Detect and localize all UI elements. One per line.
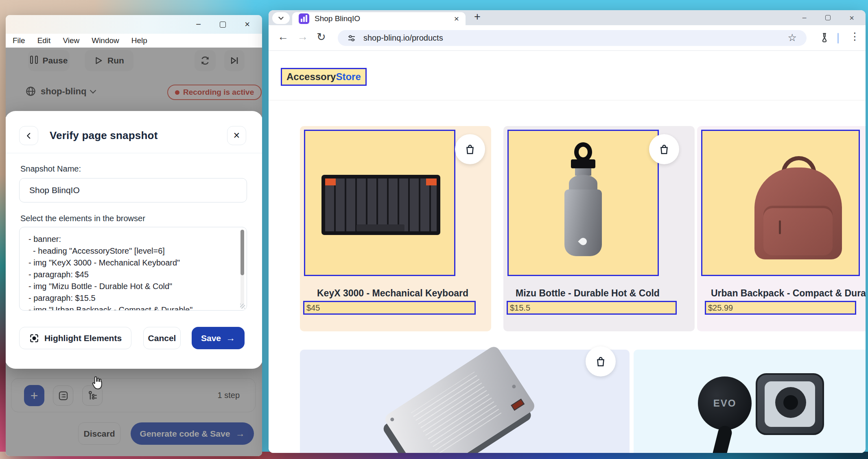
recorder-window: − × File Edit View Window Help Pause Run…	[6, 15, 262, 456]
chrome-labs-flask-icon[interactable]	[819, 32, 830, 44]
product-card-powerbank[interactable]	[300, 350, 630, 453]
tab-close-icon[interactable]: ×	[454, 14, 459, 24]
verify-snapshot-modal: Verify page snapshot × Snapshot Name: Se…	[6, 111, 262, 369]
minimize-icon[interactable]: −	[802, 14, 807, 22]
powerbank-illustration	[383, 344, 537, 453]
product-card-backpack[interactable]: Urban Backpack - Compact & Durable $25.9…	[697, 126, 866, 331]
element-tree-textarea[interactable]: - banner: - heading "AccessoryStore" [le…	[19, 227, 247, 311]
highlight-elements-button[interactable]: Highlight Elements	[19, 327, 131, 349]
close-icon[interactable]: ×	[849, 14, 854, 22]
new-tab-button[interactable]: +	[474, 11, 481, 23]
tree-line: - img "Urban Backpack - Compact & Durabl…	[28, 304, 230, 311]
tree-line: - banner:	[28, 233, 230, 245]
shopping-bag-icon	[464, 143, 476, 155]
add-to-cart-button[interactable]	[455, 134, 485, 164]
browser-menu-icon[interactable]: ⋮	[850, 30, 860, 42]
tree-line: - heading "AccessoryStore" [level=6]	[28, 245, 230, 257]
menu-bar: File Edit View Window Help	[6, 34, 262, 48]
add-to-cart-button[interactable]	[586, 346, 616, 376]
product-price: $45	[303, 301, 476, 315]
product-price: $25.99	[705, 301, 856, 315]
tab-favicon-chart-icon	[299, 13, 309, 24]
tree-line: - paragraph: $45	[28, 269, 230, 281]
modal-title: Verify page snapshot	[50, 129, 158, 142]
snapshot-name-label: Snapshot Name:	[20, 164, 81, 174]
bookmark-star-icon[interactable]: ☆	[788, 32, 797, 44]
tree-line: - img "Mizu Bottle - Durable Hot & Cold"	[28, 281, 230, 292]
store-brand-heading[interactable]: AccessoryStore	[281, 68, 367, 86]
address-bar[interactable]: shop-blinq.io/products ☆	[338, 30, 807, 46]
select-elements-label: Select the elements in the browser	[20, 214, 145, 223]
recorder-titlebar: − ×	[6, 15, 262, 34]
toolbar-divider	[837, 33, 839, 44]
snapshot-name-input[interactable]	[19, 178, 247, 202]
gimbal-illustration: EVO	[634, 350, 866, 453]
product-image-backpack[interactable]	[701, 130, 860, 276]
add-to-cart-button[interactable]	[649, 134, 679, 164]
browser-tab[interactable]: Shop BlinqIO ×	[292, 12, 466, 25]
product-name: Mizu Bottle - Durable Hot & Cold	[516, 288, 660, 299]
browser-window-controls: − ×	[802, 10, 866, 25]
url-text[interactable]: shop-blinq.io/products	[363, 33, 443, 43]
arrow-right-icon: →	[226, 333, 235, 343]
back-button[interactable]	[19, 126, 38, 145]
product-price: $15.5	[507, 301, 677, 315]
scan-focus-icon	[29, 333, 39, 344]
tree-line: - img "KeyX 3000 - Mechanical Keyboard"	[28, 257, 230, 269]
close-icon[interactable]: ×	[245, 20, 250, 29]
mouse-cursor	[89, 375, 104, 393]
forward-icon: →	[297, 30, 308, 43]
product-card-keyboard[interactable]: KeyX 3000 - Mechanical Keyboard $45	[300, 126, 491, 331]
recorder-content: Pause Run shop-blinq Recording is active…	[6, 48, 262, 456]
backpack-illustration	[754, 156, 842, 260]
product-card-gimbal[interactable]: EVO	[634, 350, 866, 453]
desktop-wallpaper-top	[0, 0, 269, 16]
tab-strip: Shop BlinqIO × + − ×	[269, 10, 866, 25]
modal-divider	[6, 153, 262, 153]
product-image-bottle[interactable]	[507, 130, 659, 276]
product-name: Urban Backpack - Compact & Durable	[711, 288, 866, 299]
browser-toolbar: ← → ↻ shop-blinq.io/products ☆ ⋮	[269, 25, 866, 51]
save-button[interactable]: Save →	[192, 327, 245, 349]
back-icon[interactable]: ←	[278, 30, 289, 43]
header-divider	[269, 100, 866, 100]
product-card-bottle[interactable]: Mizu Bottle - Durable Hot & Cold $15.5	[503, 126, 695, 331]
product-image-keyboard[interactable]	[304, 130, 455, 276]
highlight-label: Highlight Elements	[44, 333, 122, 343]
chevron-left-icon	[25, 132, 33, 139]
menu-file[interactable]: File	[13, 36, 25, 45]
product-name: KeyX 3000 - Mechanical Keyboard	[317, 288, 468, 299]
menu-view[interactable]: View	[63, 36, 79, 45]
maximize-icon[interactable]	[220, 22, 226, 28]
minimize-icon[interactable]: −	[196, 20, 201, 29]
shopping-bag-icon	[658, 143, 670, 155]
shopping-bag-icon	[595, 355, 607, 368]
reload-icon[interactable]: ↻	[317, 30, 326, 44]
tree-scrollbar-thumb[interactable]	[241, 230, 244, 275]
menu-edit[interactable]: Edit	[37, 36, 51, 45]
keyboard-illustration	[321, 175, 440, 235]
brand-part2: Store	[336, 71, 361, 82]
browser-window: Shop BlinqIO × + − × ← → ↻ shop-blinq.io…	[269, 10, 866, 453]
bottle-illustration	[564, 142, 603, 256]
brand-part1: Accessory	[286, 71, 336, 82]
site-settings-icon[interactable]	[347, 33, 356, 43]
maximize-icon[interactable]	[825, 15, 831, 20]
tree-line: - paragraph: $15.5	[28, 292, 230, 304]
close-icon: ×	[234, 129, 240, 142]
tab-title: Shop BlinqIO	[315, 14, 449, 23]
shop-page: AccessoryStore KeyX 3000 - Mechanical Ke…	[269, 51, 866, 453]
cancel-button[interactable]: Cancel	[143, 327, 181, 349]
menu-help[interactable]: Help	[131, 36, 147, 45]
chevron-down-icon	[278, 15, 284, 20]
save-label: Save	[201, 333, 221, 343]
menu-window[interactable]: Window	[92, 36, 119, 45]
tree-resize-handle[interactable]	[240, 304, 245, 309]
tab-search-button[interactable]	[272, 12, 290, 24]
modal-close-button[interactable]: ×	[227, 126, 246, 145]
